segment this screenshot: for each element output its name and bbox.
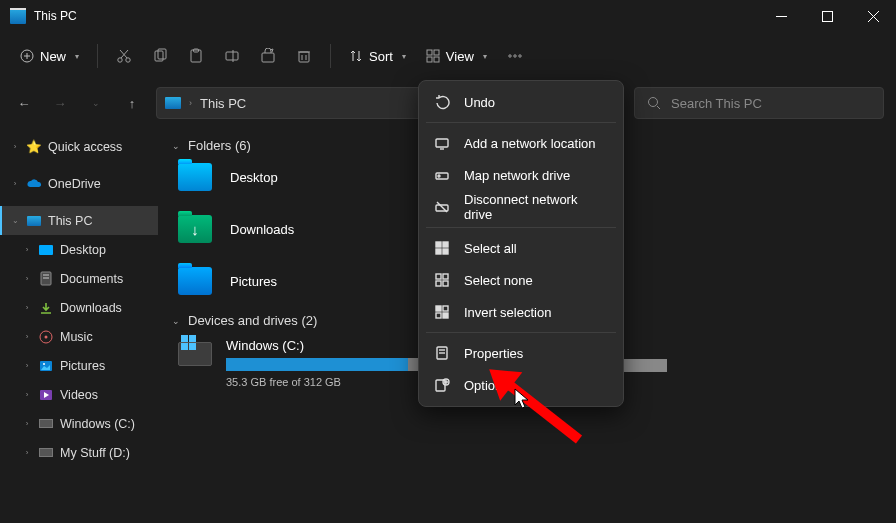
svg-rect-39 [436,139,448,147]
folder-icon [178,215,212,243]
copy-button[interactable] [144,40,176,72]
menu-select-all[interactable]: Select all [424,232,618,264]
pictures-icon [38,358,54,374]
svg-line-10 [120,50,127,58]
sidebar-item-label: Quick access [48,140,122,154]
svg-rect-24 [427,57,432,62]
back-button[interactable]: ← [12,91,36,115]
disconnect-drive-icon [434,199,450,215]
menu-separator [426,332,616,333]
menu-label: Undo [464,95,495,110]
recent-button[interactable]: ⌄ [84,91,108,115]
invert-selection-icon [434,304,450,320]
select-none-icon [434,272,450,288]
folder-label: Downloads [230,222,294,237]
network-location-icon [434,135,450,151]
menu-add-network-location[interactable]: Add a network location [424,127,618,159]
folder-label: Pictures [230,274,277,289]
sidebar: ›⭐Quick access ›OneDrive ⌄This PC ›Deskt… [0,126,158,523]
sidebar-item-documents[interactable]: ›Documents [0,264,158,293]
share-button[interactable] [252,40,284,72]
menu-label: Map network drive [464,168,570,183]
maximize-button[interactable] [804,0,850,32]
menu-invert-selection[interactable]: Invert selection [424,296,618,328]
menu-separator [426,227,616,228]
window-title: This PC [34,9,758,23]
svg-point-27 [514,55,516,57]
rename-button[interactable] [216,40,248,72]
sidebar-item-windows-c[interactable]: ›Windows (C:) [0,409,158,438]
folder-icon [178,163,212,191]
svg-rect-18 [299,52,309,62]
folder-icon [178,267,212,295]
sidebar-item-pictures[interactable]: ›Pictures [0,351,158,380]
svg-rect-47 [436,249,441,254]
sidebar-item-mystuff-d[interactable]: ›My Stuff (D:) [0,438,158,467]
sidebar-item-music[interactable]: ›Music [0,322,158,351]
properties-icon [434,345,450,361]
documents-icon [38,271,54,287]
sort-button[interactable]: Sort▾ [341,40,414,72]
svg-rect-51 [436,281,441,286]
music-icon [38,329,54,345]
map-drive-icon [434,167,450,183]
sidebar-item-desktop[interactable]: ›Desktop [0,235,158,264]
cut-button[interactable] [108,40,140,72]
delete-button[interactable] [288,40,320,72]
desktop-icon [38,242,54,258]
svg-point-7 [118,58,122,62]
drive-icon [38,445,54,461]
svg-rect-25 [434,57,439,62]
svg-rect-52 [443,281,448,286]
group-header-label: Devices and drives (2) [188,313,317,328]
menu-properties[interactable]: Properties [424,337,618,369]
view-button[interactable]: View▾ [418,40,495,72]
sidebar-item-this-pc[interactable]: ⌄This PC [0,206,158,235]
menu-label: Select none [464,273,533,288]
svg-point-8 [126,58,130,62]
paste-button[interactable] [180,40,212,72]
drive-icon [38,416,54,432]
menu-select-none[interactable]: Select none [424,264,618,296]
toolbar: New▾ Sort▾ View▾ [0,32,896,80]
svg-rect-43 [436,205,448,211]
up-button[interactable]: ↑ [120,91,144,115]
menu-undo[interactable]: Undo [424,86,618,118]
sidebar-item-downloads[interactable]: ›Downloads [0,293,158,322]
more-button[interactable] [499,40,531,72]
svg-point-37 [43,363,45,365]
menu-disconnect-network-drive[interactable]: Disconnect network drive [424,191,618,223]
svg-line-9 [121,50,128,58]
sidebar-item-videos[interactable]: ›Videos [0,380,158,409]
svg-line-30 [657,106,660,109]
sort-label: Sort [369,49,393,64]
menu-map-network-drive[interactable]: Map network drive [424,159,618,191]
pc-icon [26,213,42,229]
forward-button[interactable]: → [48,91,72,115]
minimize-button[interactable] [758,0,804,32]
svg-point-42 [438,175,440,177]
menu-label: Invert selection [464,305,551,320]
svg-point-28 [519,55,521,57]
downloads-icon [38,300,54,316]
sidebar-item-label: My Stuff (D:) [60,446,130,460]
sidebar-item-label: Videos [60,388,98,402]
this-pc-icon [10,8,26,24]
search-field[interactable]: Search This PC [634,87,884,119]
menu-label: Properties [464,346,523,361]
new-button[interactable]: New▾ [12,40,87,72]
drive-windows-c[interactable]: Windows (C:) 35.3 GB free of 312 GB [178,338,431,389]
context-menu: Undo Add a network location Map network … [418,80,624,407]
drive-name: Windows (C:) [226,338,431,353]
svg-point-35 [45,335,48,338]
svg-rect-17 [262,53,274,62]
undo-icon [434,94,450,110]
svg-rect-45 [436,242,441,247]
svg-rect-22 [427,50,432,55]
sidebar-item-label: Downloads [60,301,122,315]
sidebar-item-quick-access[interactable]: ›⭐Quick access [0,132,158,161]
close-button[interactable] [850,0,896,32]
sidebar-item-onedrive[interactable]: ›OneDrive [0,169,158,198]
svg-rect-50 [443,274,448,279]
sidebar-item-label: Music [60,330,93,344]
